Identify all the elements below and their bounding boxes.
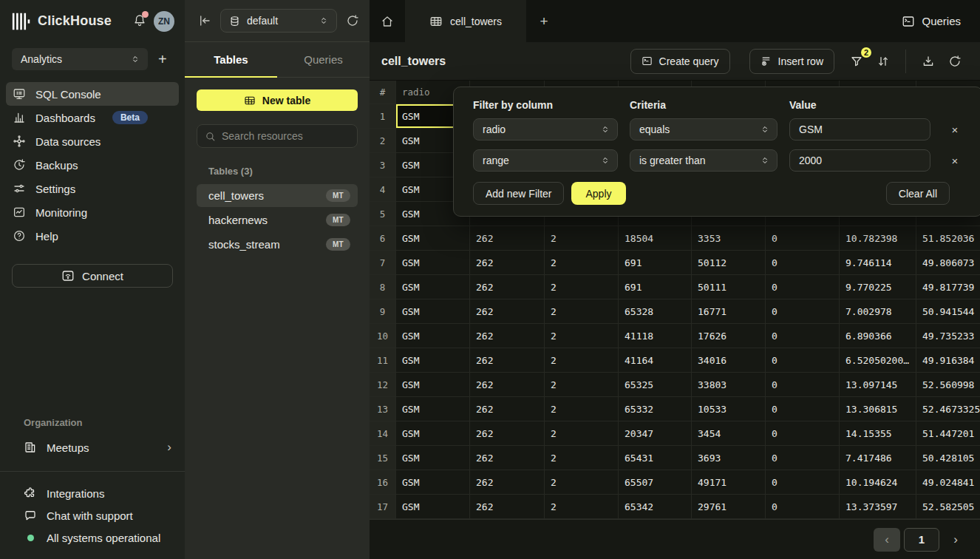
create-query-button[interactable]: Create query: [630, 49, 730, 74]
cell[interactable]: 18504: [619, 226, 692, 251]
cell[interactable]: 13.373597: [840, 495, 916, 519]
cell[interactable]: 65431: [619, 446, 692, 470]
apply-filters-button[interactable]: Apply: [571, 182, 625, 205]
search-input[interactable]: [222, 130, 350, 142]
cell[interactable]: 0: [766, 275, 840, 299]
cell[interactable]: 52.560998: [916, 373, 980, 397]
cell[interactable]: 13.097145: [840, 373, 916, 397]
cell[interactable]: GSM: [396, 421, 470, 446]
cell[interactable]: 2: [545, 446, 619, 470]
queries-button[interactable]: Queries: [893, 0, 980, 42]
cell[interactable]: 29761: [692, 495, 766, 519]
cell[interactable]: 9.770225: [840, 275, 916, 299]
cell[interactable]: 0: [766, 251, 840, 275]
insert-row-button[interactable]: Insert row: [749, 49, 834, 74]
next-page-button[interactable]: ›: [943, 528, 968, 552]
avatar[interactable]: ZN: [154, 11, 174, 32]
cell[interactable]: 13.306815: [840, 397, 916, 421]
sidebar-item-data-sources[interactable]: Data sources: [6, 129, 179, 153]
collapse-panel-icon[interactable]: [198, 14, 211, 27]
cell[interactable]: 262: [470, 226, 545, 251]
cell[interactable]: 17626: [692, 324, 766, 348]
workspace-select[interactable]: Analytics: [12, 48, 148, 70]
page-number-input[interactable]: 1: [904, 528, 939, 552]
cell[interactable]: 2: [545, 324, 619, 348]
connect-button[interactable]: Connect: [12, 264, 173, 288]
cell[interactable]: 0: [766, 421, 840, 446]
database-select[interactable]: default: [220, 9, 337, 33]
cell[interactable]: 6.890366: [840, 324, 916, 348]
filter-column-select[interactable]: range: [473, 149, 618, 172]
cell[interactable]: 65342: [619, 495, 692, 519]
cell[interactable]: 20347: [619, 421, 692, 446]
cell[interactable]: 2: [545, 373, 619, 397]
cell[interactable]: 0: [766, 226, 840, 251]
new-table-button[interactable]: New table: [197, 89, 358, 111]
add-workspace-button[interactable]: +: [158, 52, 167, 67]
cell[interactable]: 52.582505: [916, 495, 980, 519]
cell[interactable]: 262: [470, 275, 545, 299]
sidebar-item-chat-with-support[interactable]: Chat with support: [0, 504, 185, 526]
cell[interactable]: 2: [545, 495, 619, 519]
cell[interactable]: GSM: [396, 348, 470, 373]
cell[interactable]: 49.806073: [916, 251, 980, 275]
cell[interactable]: 51.852036: [916, 226, 980, 251]
cell[interactable]: 65325: [619, 373, 692, 397]
cell[interactable]: 33803: [692, 373, 766, 397]
cell[interactable]: 3693: [692, 446, 766, 470]
cell[interactable]: 262: [470, 373, 545, 397]
cell[interactable]: 49171: [692, 470, 766, 495]
sort-button[interactable]: [870, 48, 896, 75]
remove-filter-icon[interactable]: ×: [945, 151, 964, 170]
filter-value-input[interactable]: [789, 118, 930, 140]
cell[interactable]: 52.4673325: [916, 397, 980, 421]
cell[interactable]: 0: [766, 470, 840, 495]
cell[interactable]: 691: [619, 275, 692, 299]
cell[interactable]: 2: [545, 299, 619, 324]
refresh-tables-icon[interactable]: [346, 14, 359, 27]
add-new-filter-button[interactable]: Add new Filter: [473, 182, 564, 205]
cell[interactable]: 3454: [692, 421, 766, 446]
cell[interactable]: 16771: [692, 299, 766, 324]
table-list-item-stocks-stream[interactable]: stocks_streamMT: [197, 233, 358, 256]
tab-cell-towers[interactable]: cell_towers: [405, 0, 526, 42]
cell[interactable]: 0: [766, 299, 840, 324]
cell[interactable]: 65328: [619, 299, 692, 324]
table-list-item-cell-towers[interactable]: cell_towersMT: [197, 184, 358, 207]
cell[interactable]: 9.746114: [840, 251, 916, 275]
download-button[interactable]: [915, 48, 942, 75]
cell[interactable]: 10.194624: [840, 470, 916, 495]
new-tab-button[interactable]: +: [526, 0, 562, 42]
cell[interactable]: 50111: [692, 275, 766, 299]
cell[interactable]: 6.52050200…: [840, 348, 916, 373]
cell[interactable]: GSM: [396, 397, 470, 421]
cell[interactable]: GSM: [396, 373, 470, 397]
cell[interactable]: 2: [545, 275, 619, 299]
filter-value-input[interactable]: [789, 149, 930, 172]
sidebar-item-backups[interactable]: Backups: [6, 153, 179, 177]
cell[interactable]: 0: [766, 373, 840, 397]
cell[interactable]: 262: [470, 397, 545, 421]
sidebar-item-monitoring[interactable]: Monitoring: [6, 200, 179, 224]
cell[interactable]: 2: [545, 348, 619, 373]
cell[interactable]: 0: [766, 495, 840, 519]
cell[interactable]: GSM: [396, 251, 470, 275]
cell[interactable]: 262: [470, 348, 545, 373]
cell[interactable]: 262: [470, 251, 545, 275]
cell[interactable]: GSM: [396, 226, 470, 251]
filter-column-select[interactable]: radio: [473, 118, 618, 140]
cell[interactable]: 49.916384: [916, 348, 980, 373]
filter-button[interactable]: 2: [843, 48, 870, 75]
cell[interactable]: 0: [766, 348, 840, 373]
clear-all-filters-button[interactable]: Clear All: [886, 182, 950, 205]
filter-criteria-select[interactable]: is greater than: [630, 149, 777, 172]
sidebar-item-settings[interactable]: Settings: [6, 177, 179, 200]
cell[interactable]: 49.024841: [916, 470, 980, 495]
cell[interactable]: 14.15355: [840, 421, 916, 446]
refresh-button[interactable]: [942, 48, 968, 75]
cell[interactable]: 262: [470, 495, 545, 519]
cell[interactable]: 3353: [692, 226, 766, 251]
sidebar-item-dashboards[interactable]: DashboardsBeta: [6, 106, 179, 129]
sidebar-item-help[interactable]: Help: [6, 224, 179, 248]
filter-criteria-select[interactable]: equals: [630, 118, 777, 140]
